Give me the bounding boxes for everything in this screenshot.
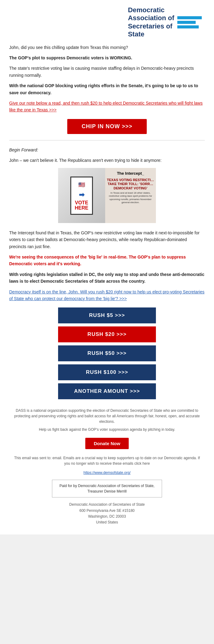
vote-here-text: VOTEHERE	[75, 200, 88, 211]
red-body: We're seeing the consequences of the 'bi…	[9, 254, 205, 267]
address-line1: Democratic Association of Secretaries of…	[69, 502, 145, 507]
rush-buttons: RUSH $5 >>> RUSH $20 >>> RUSH $50 >>> RU…	[9, 307, 205, 399]
greeting-text: John, did you see this chilling update f…	[9, 44, 205, 51]
logo-text: Democratic Association of Secretaries of…	[128, 6, 174, 39]
intercept-body: The Intercept found that in Texas, the G…	[9, 229, 205, 250]
vote-sign: 🇺🇸 ➡ VOTEHERE	[70, 177, 93, 215]
body2: With the national GOP blocking voting ri…	[9, 82, 205, 96]
header: Democratic Association of Secretaries of…	[6, 6, 208, 39]
link1[interactable]: Give our note below a read, and then rus…	[9, 101, 203, 112]
chip-in-button[interactable]: CHIP IN NOW >>>	[67, 119, 147, 134]
rush-50-button[interactable]: RUSH $50 >>>	[58, 345, 156, 361]
paid-for-box: Paid for by Democratic Association of Se…	[52, 480, 162, 497]
footer-section: DASS is a national organization supporti…	[9, 405, 205, 528]
article-img-right: The Intercept_ TEXAS VOTING RESTRICTI… T…	[105, 168, 156, 223]
body-content: John, did you see this chilling update f…	[6, 44, 208, 529]
divider-1	[9, 140, 205, 140]
dass-text: DASS is a national organization supporti…	[12, 408, 202, 424]
paid-for-line1: Paid for by Democratic Association of Se…	[60, 484, 155, 488]
arrow-icon: ➡	[75, 189, 88, 200]
article-image-container: 🇺🇸 ➡ VOTEHERE The Intercept_ TEXAS VOTIN…	[9, 168, 205, 225]
logo-bar-2	[177, 21, 196, 24]
body1: The state's restrictive voting law is ca…	[9, 65, 205, 79]
headline1: The GOP's plot to suppress Democratic vo…	[9, 54, 205, 61]
logo-bar-3	[177, 25, 199, 28]
link2[interactable]: Democracy itself is on the line, John. W…	[9, 289, 205, 301]
intercept-logo: The Intercept_	[107, 170, 154, 177]
intercept-sub: In Texas and at least 18 other states, r…	[107, 192, 154, 204]
article-image: 🇺🇸 ➡ VOTEHERE The Intercept_ TEXAS VOTIN…	[58, 168, 156, 223]
flag-icon: 🇺🇸	[75, 181, 88, 189]
email-container: Democratic Association of Secretaries of…	[0, 0, 214, 534]
help-text: Help us fight back against the GOP's vot…	[12, 427, 202, 432]
forward-label: Begin Forward:	[9, 147, 205, 153]
address-line3: Washington, DC 20003	[88, 514, 126, 519]
rush-100-button[interactable]: RUSH $100 >>>	[58, 364, 156, 380]
email-text: This email was sent to: email. Emails ar…	[12, 455, 202, 466]
website-link[interactable]: https://www.demsofstate.org/	[83, 471, 131, 475]
address-line4: United States	[96, 520, 118, 524]
intercept-headline: TEXAS VOTING RESTRICTI… TAKE THEIR TOLL:…	[107, 178, 154, 190]
another-amount-button[interactable]: ANOTHER AMOUNT >>>	[58, 383, 156, 399]
logo-bars	[177, 16, 202, 28]
address-block: Democratic Association of Secretaries of…	[12, 502, 202, 525]
logo-bar-1	[177, 16, 202, 19]
article-img-left: 🇺🇸 ➡ VOTEHERE	[58, 168, 105, 223]
forward-body1: John – we can't believe it. The Republic…	[9, 157, 205, 164]
logo: Democratic Association of Secretaries of…	[128, 6, 202, 39]
donate-now-button[interactable]: Donate Now	[85, 438, 129, 449]
bold-body2: With voting rights legislation stalled i…	[9, 271, 205, 285]
rush-5-button[interactable]: RUSH $5 >>>	[58, 307, 156, 323]
paid-for-line2: Treasurer Denise Merrill	[87, 489, 127, 493]
rush-20-button[interactable]: RUSH $20 >>>	[58, 326, 156, 342]
address-line2: 600 Pennsylvania Ave SE #15180	[79, 508, 135, 513]
